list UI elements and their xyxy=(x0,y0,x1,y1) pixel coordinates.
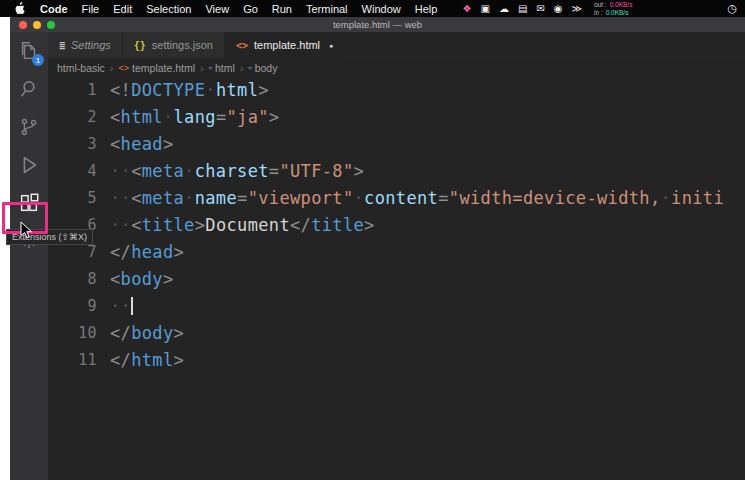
breadcrumb-separator: › xyxy=(110,62,114,74)
code-token: </ xyxy=(110,242,131,262)
code-token: · xyxy=(184,188,195,208)
code-token: > xyxy=(258,80,269,100)
tab-settings-json[interactable]: {}settings.json xyxy=(123,32,225,58)
source-control-icon[interactable] xyxy=(10,108,48,146)
menu-view[interactable]: View xyxy=(205,3,229,15)
breadcrumb-item-html[interactable]: ▫html xyxy=(209,62,235,74)
code-line-6[interactable]: 6··<title>Document</title> xyxy=(48,212,745,239)
breadcrumb-label: body xyxy=(255,62,278,74)
code-token: < xyxy=(110,269,121,289)
line-number: 10 xyxy=(48,320,97,347)
menu-run[interactable]: Run xyxy=(272,3,292,15)
code-line-2[interactable]: 2<html·lang="ja"> xyxy=(48,104,745,131)
menu-selection[interactable]: Selection xyxy=(146,3,191,15)
menu-window[interactable]: Window xyxy=(362,3,401,15)
mouse-cursor xyxy=(20,221,33,239)
mail-status-icon[interactable]: ✉ xyxy=(536,4,544,14)
code-token: </ xyxy=(110,350,131,370)
code-token: · xyxy=(205,80,216,100)
code-token: > xyxy=(174,323,185,343)
menu-go[interactable]: Go xyxy=(243,3,258,15)
line-content: <!DOCTYPE·html> xyxy=(97,77,269,104)
code-token: DOCTYPE xyxy=(131,80,205,100)
menu-file[interactable]: File xyxy=(82,3,100,15)
menu-code[interactable]: Code xyxy=(40,3,68,15)
menu-edit[interactable]: Edit xyxy=(113,3,132,15)
bowtie-status-icon[interactable]: ❖ xyxy=(463,4,472,14)
activity-bar: 1 xyxy=(10,32,48,480)
line-number: 2 xyxy=(48,104,97,131)
code-token: head xyxy=(131,242,173,262)
tab-file-icon: {} xyxy=(134,40,146,51)
tab-file-icon: ≣ xyxy=(59,40,65,51)
explorer-icon[interactable]: 1 xyxy=(10,32,48,70)
code-line-10[interactable]: 10</body> xyxy=(48,320,745,347)
line-content: </body> xyxy=(97,320,184,347)
code-token: body xyxy=(131,323,173,343)
code-token: </ xyxy=(110,323,131,343)
breadcrumb-separator: › xyxy=(200,62,204,74)
line-number: 1 xyxy=(48,77,97,104)
code-token: head xyxy=(121,134,163,154)
modified-indicator[interactable]: ● xyxy=(329,42,333,49)
breadcrumb-label: html xyxy=(215,62,235,74)
tab-settings[interactable]: ≣Settings xyxy=(48,32,123,58)
minimize-window-button[interactable] xyxy=(33,21,41,29)
code-line-8[interactable]: 8<body> xyxy=(48,266,745,293)
run-debug-icon[interactable] xyxy=(10,146,48,184)
breadcrumb-item-body[interactable]: ▫body xyxy=(248,62,277,74)
line-content: <head> xyxy=(97,131,174,158)
user-status-icon[interactable]: ◉ xyxy=(554,4,563,14)
tab-label: Settings xyxy=(71,39,111,51)
code-token: > xyxy=(163,134,174,154)
line-number: 4 xyxy=(48,158,97,185)
breadcrumb-label: html-basic xyxy=(57,62,105,74)
code-line-11[interactable]: 11</html> xyxy=(48,347,745,374)
line-content: ··<meta·name="viewport"·content="width=d… xyxy=(97,185,724,212)
menu-help[interactable]: Help xyxy=(415,3,438,15)
code-token: · xyxy=(163,107,174,127)
close-window-button[interactable] xyxy=(19,21,27,29)
clock-icon[interactable]: ◷ xyxy=(727,2,737,15)
code-line-1[interactable]: 1<!DOCTYPE·html> xyxy=(48,77,745,104)
breadcrumb-item-template-html[interactable]: <>template.html xyxy=(119,62,196,74)
tab-label: settings.json xyxy=(152,39,213,51)
code-token: </ xyxy=(290,215,311,235)
code-line-5[interactable]: 5··<meta·name="viewport"·content="width=… xyxy=(48,185,745,212)
code-token: lang xyxy=(174,107,216,127)
code-token: > xyxy=(163,269,174,289)
line-content: ··<title>Document</title> xyxy=(97,212,375,239)
notes-status-icon[interactable]: ▤ xyxy=(518,4,527,14)
photos-status-icon[interactable]: ▣ xyxy=(480,4,489,14)
code-token: Document xyxy=(205,215,290,235)
menu-terminal[interactable]: Terminal xyxy=(306,3,348,15)
line-number: 9 xyxy=(48,293,97,320)
code-line-9[interactable]: 9·· xyxy=(48,293,745,320)
network-speed-indicator[interactable]: out : 0.0KB/s in : 0.0KB/s xyxy=(594,1,632,16)
text-cursor xyxy=(131,297,133,315)
chevrons-status-icon[interactable]: ≫ xyxy=(572,4,582,14)
breadcrumb-item-html-basic[interactable]: html-basic xyxy=(57,62,105,74)
line-number: 5 xyxy=(48,185,97,212)
line-content: ··<meta·charset="UTF-8"> xyxy=(97,158,364,185)
code-token: > xyxy=(195,215,206,235)
window-titlebar[interactable]: template.html — web xyxy=(10,17,745,32)
search-icon[interactable] xyxy=(10,70,48,108)
code-token: meta xyxy=(142,161,184,181)
tab-label: template.html xyxy=(254,39,320,51)
zoom-window-button[interactable] xyxy=(47,21,55,29)
code-token: > xyxy=(174,242,185,262)
code-token: > xyxy=(174,350,185,370)
tab-template-html[interactable]: <>template.html● xyxy=(225,32,345,58)
code-token: <! xyxy=(110,80,131,100)
code-token: = xyxy=(269,161,280,181)
code-line-3[interactable]: 3<head> xyxy=(48,131,745,158)
line-content: <body> xyxy=(97,266,174,293)
code-line-7[interactable]: 7</head> xyxy=(48,239,745,266)
code-token: ·· xyxy=(110,296,131,316)
extensions-icon[interactable] xyxy=(10,184,48,222)
apple-menu-icon[interactable] xyxy=(14,2,25,15)
code-editor[interactable]: 1<!DOCTYPE·html>2<html·lang="ja">3<head>… xyxy=(48,77,745,480)
code-line-4[interactable]: 4··<meta·charset="UTF-8"> xyxy=(48,158,745,185)
cloud-status-icon[interactable]: ☁ xyxy=(499,4,509,14)
